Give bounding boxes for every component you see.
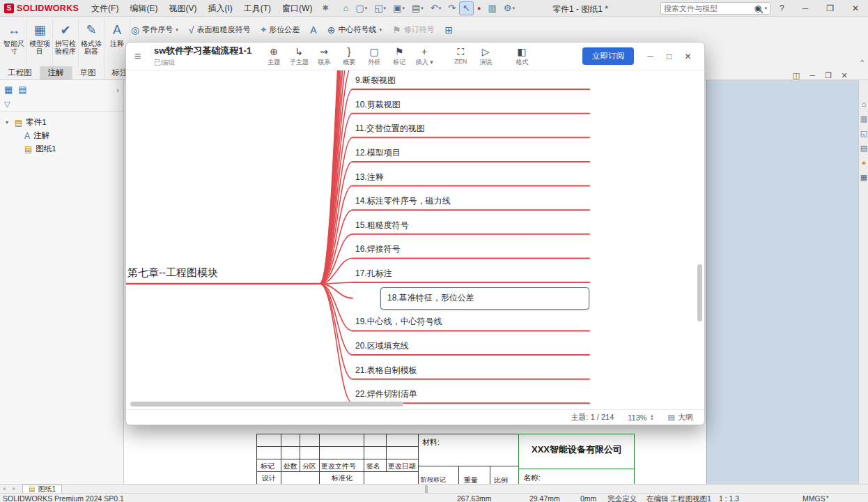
smart-dimension-button[interactable]: ↔智能尺寸: [1, 19, 27, 68]
search-input[interactable]: [664, 4, 753, 13]
mindmap-topic-selected[interactable]: 18.基准特征，形位公差: [380, 287, 589, 310]
mindmap-close-icon[interactable]: ✕: [679, 52, 697, 61]
sheet-properties-button[interactable]: ▥: [485, 2, 499, 15]
window-minimize-button[interactable]: ─: [800, 2, 812, 15]
mindmap-topic[interactable]: 21.表格自制模板: [355, 365, 417, 376]
marker-button[interactable]: ⚑标记: [387, 45, 412, 67]
unit-dropdown-icon[interactable]: ▾: [826, 494, 829, 500]
sheet-tab[interactable]: ▤ 图纸1: [22, 485, 62, 493]
mindmap-topic[interactable]: 20.区域填充线: [355, 340, 409, 352]
menu-insert[interactable]: 插入(I): [202, 0, 238, 17]
horizontal-scrollbar[interactable]: [130, 402, 403, 406]
surface-finish-button[interactable]: √表面粗糙度符号: [189, 24, 251, 36]
zoom-stepper-icon[interactable]: ▲▼: [650, 414, 654, 421]
open-button[interactable]: ◱▾: [371, 2, 389, 15]
mindmap-topic[interactable]: 14.标注零件序号，磁力线: [355, 195, 451, 207]
mindmap-maximize-icon[interactable]: □: [660, 52, 679, 61]
options-gear-button[interactable]: ⚙▾: [501, 2, 518, 15]
save-button[interactable]: ▣▾: [390, 2, 408, 15]
child-close-icon[interactable]: ✕: [839, 71, 849, 80]
format-button[interactable]: ◧格式: [509, 45, 534, 67]
tab-注解[interactable]: 注解: [40, 66, 72, 79]
mindmap-topic[interactable]: 13.注释: [355, 172, 384, 183]
rebuild-button[interactable]: ●: [474, 2, 483, 15]
pitch-button[interactable]: ▷演说: [473, 45, 498, 67]
format-painter-button[interactable]: ✎格式涂刷器: [79, 19, 104, 68]
vertical-scrollbar[interactable]: [697, 264, 702, 321]
topic-button[interactable]: ⊕主题: [261, 45, 286, 67]
redo-button[interactable]: ↷: [445, 2, 458, 15]
mindmap-topic[interactable]: 15.粗糙度符号: [355, 220, 409, 231]
design-library-icon[interactable]: ▥: [859, 112, 868, 126]
filter-icon[interactable]: ▽: [4, 100, 10, 109]
subtopic-button[interactable]: ↳子主题: [286, 45, 311, 67]
datum-feature-button[interactable]: A: [310, 24, 316, 36]
balloon-button[interactable]: ◎零件序号▾: [131, 24, 178, 36]
expand-arrow-icon[interactable]: ▾: [6, 119, 11, 126]
tab-工程图[interactable]: 工程图: [0, 66, 40, 79]
child-restore-icon[interactable]: ❐: [823, 71, 833, 80]
tab-草图[interactable]: 草图: [72, 66, 104, 79]
geometric-tolerance-button[interactable]: ⌖形位公差: [261, 24, 300, 36]
subscribe-button[interactable]: 立即订阅: [582, 47, 634, 65]
spell-checker-button[interactable]: ✔拼写检验程序: [53, 19, 79, 68]
mindmap-topic[interactable]: 12.模型项目: [355, 147, 401, 159]
menu-window[interactable]: 窗口(W): [277, 0, 318, 17]
expand-panel-icon[interactable]: ›: [116, 86, 119, 94]
mindmap-topic[interactable]: 22.焊件切割清单: [355, 388, 417, 400]
unit-system[interactable]: MMGS: [803, 494, 826, 502]
custom-properties-icon[interactable]: ▦: [859, 170, 868, 185]
file-explorer-icon[interactable]: ◱: [859, 126, 868, 141]
boundary-button[interactable]: ▢外框: [362, 45, 387, 67]
child-minimize-icon[interactable]: ─: [807, 71, 817, 80]
menu-tools[interactable]: 工具(T): [238, 0, 277, 17]
pane-splitter[interactable]: [425, 485, 428, 493]
mindmap-topic[interactable]: 16.焊接符号: [355, 243, 401, 255]
undo-button[interactable]: ↶▾: [428, 2, 444, 15]
mindmap-root-topic[interactable]: 第七章--工程图模块: [127, 266, 218, 280]
insert-button[interactable]: +插入 ▾: [412, 45, 437, 67]
sheet-scroll-right-icon[interactable]: »: [9, 485, 18, 492]
ribbon-collapse-icon[interactable]: ⌃: [859, 59, 865, 68]
mindmap-topic[interactable]: 17.孔标注: [355, 268, 392, 280]
view-palette-icon[interactable]: ▤: [859, 141, 868, 155]
tree-item-注解[interactable]: A注解: [0, 129, 123, 142]
window-maximize-button[interactable]: ❐: [823, 2, 837, 15]
mindmap-canvas[interactable]: 第七章--工程图模块 9.断裂视图10.剪裁视图11.交替位置的视图12.模型项…: [126, 70, 704, 409]
mindmap-topic[interactable]: 19.中心线，中心符号线: [355, 316, 442, 328]
mindmap-topic[interactable]: 10.剪裁视图: [355, 99, 401, 111]
tree-item-图纸1[interactable]: ▤图纸1: [0, 142, 123, 155]
model-items-button[interactable]: ▦模型项目: [27, 19, 53, 68]
print-button[interactable]: ▤▾: [409, 2, 426, 15]
user-account-button[interactable]: ◉: [751, 2, 764, 15]
outline-toggle[interactable]: ▤ 大纲: [668, 412, 693, 423]
dock-panel-icon[interactable]: ◫: [791, 71, 801, 80]
appearances-icon[interactable]: ●: [859, 155, 868, 170]
menu-edit[interactable]: 编辑(E): [124, 0, 163, 17]
zoom-control[interactable]: 113% ▲▼: [628, 413, 653, 422]
insert-icon: +: [421, 46, 427, 57]
featuremanager-tab-icon[interactable]: ▦: [4, 84, 13, 95]
menu-icon[interactable]: ≡: [134, 50, 150, 63]
summary-button[interactable]: }概要: [336, 45, 362, 67]
zen-mode-button[interactable]: ⛶ZEN: [448, 45, 473, 65]
home-button[interactable]: ⌂: [341, 2, 352, 15]
sheet-scroll-left-icon[interactable]: «: [0, 485, 9, 492]
displaymanager-tab-icon[interactable]: ▤: [18, 84, 26, 95]
tree-item-零件1[interactable]: ▾▤零件1: [0, 116, 123, 129]
mindmap-topic[interactable]: 11.交替位置的视图: [355, 123, 425, 135]
pin-menu-icon[interactable]: ✱: [318, 3, 332, 13]
help-button[interactable]: ?: [777, 2, 787, 15]
relationship-button[interactable]: ⇝联系: [311, 45, 336, 67]
select-arrow-button[interactable]: ↖: [460, 2, 473, 15]
solidworks-logo: S SOLIDWORKS: [0, 3, 86, 13]
new-document-button[interactable]: ▢▾: [353, 2, 371, 15]
resources-home-icon[interactable]: ⌂: [859, 97, 868, 112]
mindmap-minimize-icon[interactable]: ─: [641, 52, 660, 61]
menu-view[interactable]: 视图(V): [163, 0, 202, 17]
mindmap-topic[interactable]: 9.断裂视图: [355, 75, 396, 86]
general-table-button[interactable]: ⊞: [444, 24, 453, 36]
menu-file[interactable]: 文件(F): [86, 0, 124, 17]
window-close-button[interactable]: ✕: [849, 2, 862, 15]
center-mark-button[interactable]: ⊕中心符号线▾: [327, 24, 382, 36]
